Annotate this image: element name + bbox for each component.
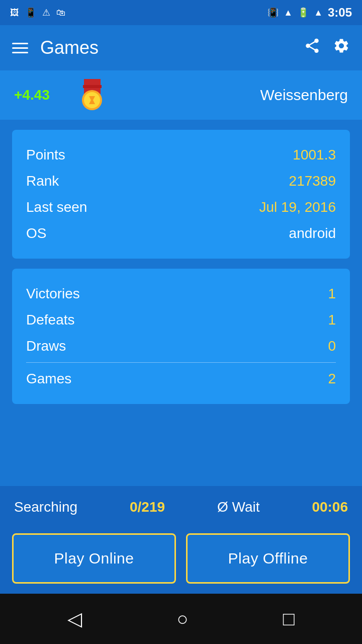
games-value: 2 (328, 371, 336, 387)
victories-value: 1 (328, 286, 336, 302)
stats-row-defeats: Defeats 1 (26, 307, 336, 333)
play-offline-button[interactable]: Play Offline (186, 533, 350, 584)
back-button[interactable]: ◁ (67, 608, 82, 630)
signal-icon: ▲ (314, 8, 323, 18)
lastseen-value: Jul 19, 2016 (259, 199, 336, 215)
os-label: OS (26, 225, 46, 242)
profile-rating: +4.43 (14, 87, 64, 103)
lastseen-label: Last seen (26, 199, 87, 215)
main-content: Points 1001.3 Rank 217389 Last seen Jul … (0, 120, 362, 486)
defeats-value: 1 (328, 312, 336, 328)
bottom-nav: ◁ ○ □ (0, 594, 362, 644)
rank-label: Rank (26, 173, 59, 189)
phone-icon: 📱 (25, 7, 36, 18)
settings-icon[interactable] (333, 37, 350, 58)
time-display: 3:05 (328, 6, 352, 20)
recent-button[interactable]: □ (283, 608, 295, 630)
image-icon: 🖼 (10, 8, 19, 18)
searching-time: 00:06 (312, 499, 348, 515)
defeats-label: Defeats (26, 312, 75, 328)
victories-label: Victories (26, 286, 80, 302)
play-online-button[interactable]: Play Online (12, 533, 176, 584)
stats-row-victories: Victories 1 (26, 281, 336, 307)
profile-card: +4.43 Weissenberg (0, 70, 362, 120)
app-bar: Games (0, 25, 362, 70)
stats-row-games: Games 2 (26, 366, 336, 392)
page-title: Games (40, 37, 292, 58)
searching-label: Searching (14, 499, 77, 515)
points-value: 1001.3 (293, 147, 336, 163)
stats-divider (26, 362, 336, 363)
draws-value: 0 (328, 338, 336, 354)
vibrate-icon: 📳 (267, 7, 279, 18)
status-icons-right: 📳 ▲ 🔋 ▲ 3:05 (267, 6, 352, 20)
searching-wait: Ø Wait (217, 499, 260, 515)
games-label: Games (26, 371, 71, 387)
stats-card-games: Victories 1 Defeats 1 Draws 0 Games 2 (12, 269, 350, 404)
status-bar: 🖼 📱 ⚠ 🛍 📳 ▲ 🔋 ▲ 3:05 (0, 0, 362, 25)
svg-rect-3 (83, 85, 102, 88)
buttons-row: Play Online Play Offline (0, 528, 362, 594)
menu-icon[interactable] (12, 43, 28, 53)
stats-row-lastseen: Last seen Jul 19, 2016 (26, 194, 336, 220)
stats-row-draws: Draws 0 (26, 333, 336, 359)
share-icon[interactable] (304, 37, 321, 58)
home-button[interactable]: ○ (177, 608, 189, 630)
searching-count: 0/219 (130, 499, 165, 515)
stats-row-os: OS android (26, 220, 336, 247)
warning-icon: ⚠ (42, 7, 50, 18)
status-icons-left: 🖼 📱 ⚠ 🛍 (10, 7, 65, 18)
stats-row-points: Points 1001.3 (26, 142, 336, 168)
os-value: android (289, 225, 336, 242)
searching-bar: Searching 0/219 Ø Wait 00:06 (0, 486, 362, 528)
profile-name: Weissenberg (120, 87, 348, 104)
stats-row-rank: Rank 217389 (26, 168, 336, 194)
rank-badge (74, 77, 110, 113)
points-label: Points (26, 147, 65, 163)
rank-value: 217389 (289, 173, 336, 189)
stats-card-profile: Points 1001.3 Rank 217389 Last seen Jul … (12, 130, 350, 259)
draws-label: Draws (26, 338, 66, 354)
battery-icon: 🔋 (298, 7, 309, 18)
wifi-icon: ▲ (284, 8, 293, 18)
bag-icon: 🛍 (56, 8, 65, 18)
